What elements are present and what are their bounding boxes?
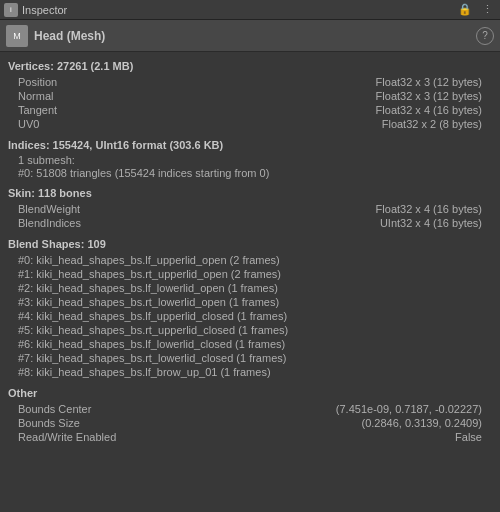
menu-button[interactable]: ⋮ — [479, 3, 496, 16]
prop-uv0: UV0 Float32 x 2 (8 bytes) — [8, 117, 492, 131]
blend-item-0: #0: kiki_head_shapes_bs.lf_upperlid_open… — [8, 253, 492, 267]
prop-value-blendindices: UInt32 x 4 (16 bytes) — [380, 217, 482, 229]
prop-value-blendweight: Float32 x 4 (16 bytes) — [376, 203, 482, 215]
prop-value-normal: Float32 x 3 (12 bytes) — [376, 90, 482, 102]
prop-value-readwrite: False — [455, 431, 482, 443]
indices-detail: #0: 51808 triangles (155424 indices star… — [8, 167, 492, 179]
prop-blendindices: BlendIndices UInt32 x 4 (16 bytes) — [8, 216, 492, 230]
prop-label-uv0: UV0 — [18, 118, 39, 130]
blend-item-4: #4: kiki_head_shapes_bs.lf_upperlid_clos… — [8, 309, 492, 323]
blend-item-7: #7: kiki_head_shapes_bs.rt_lowerlid_clos… — [8, 351, 492, 365]
blend-item-5: #5: kiki_head_shapes_bs.rt_upperlid_clos… — [8, 323, 492, 337]
prop-label-bounds-size: Bounds Size — [18, 417, 80, 429]
skin-section-header: Skin: 118 bones — [8, 187, 492, 199]
component-header: M Head (Mesh) ? — [0, 20, 500, 52]
blend-item-8: #8: kiki_head_shapes_bs.lf_brow_up_01 (1… — [8, 365, 492, 379]
prop-bounds-center: Bounds Center (7.451e-09, 0.7187, -0.022… — [8, 402, 492, 416]
title-bar-title: Inspector — [22, 4, 67, 16]
component-icon-label: M — [13, 31, 21, 41]
component-title: Head (Mesh) — [34, 29, 470, 43]
other-section-header: Other — [8, 387, 492, 399]
prop-bounds-size: Bounds Size (0.2846, 0.3139, 0.2409) — [8, 416, 492, 430]
component-icon: M — [6, 25, 28, 47]
title-bar-right: 🔒 ⋮ — [455, 3, 496, 16]
prop-blendweight: BlendWeight Float32 x 4 (16 bytes) — [8, 202, 492, 216]
help-button[interactable]: ? — [476, 27, 494, 45]
prop-value-position: Float32 x 3 (12 bytes) — [376, 76, 482, 88]
prop-label-blendindices: BlendIndices — [18, 217, 81, 229]
prop-label-position: Position — [18, 76, 57, 88]
prop-normal: Normal Float32 x 3 (12 bytes) — [8, 89, 492, 103]
prop-label-blendweight: BlendWeight — [18, 203, 80, 215]
prop-label-normal: Normal — [18, 90, 53, 102]
prop-value-bounds-size: (0.2846, 0.3139, 0.2409) — [362, 417, 482, 429]
prop-value-bounds-center: (7.451e-09, 0.7187, -0.02227) — [336, 403, 482, 415]
prop-label-bounds-center: Bounds Center — [18, 403, 91, 415]
blendshapes-section-header: Blend Shapes: 109 — [8, 238, 492, 250]
prop-value-uv0: Float32 x 2 (8 bytes) — [382, 118, 482, 130]
title-bar-left: i Inspector — [4, 3, 67, 17]
indices-section-header: Indices: 155424, UInt16 format (303.6 KB… — [8, 139, 492, 151]
prop-position: Position Float32 x 3 (12 bytes) — [8, 75, 492, 89]
indices-submesh: 1 submesh: — [8, 154, 492, 166]
prop-readwrite: Read/Write Enabled False — [8, 430, 492, 444]
prop-label-tangent: Tangent — [18, 104, 57, 116]
title-bar: i Inspector 🔒 ⋮ — [0, 0, 500, 20]
vertices-section-header: Vertices: 27261 (2.1 MB) — [8, 60, 492, 72]
inspector-icon: i — [4, 3, 18, 17]
blend-item-1: #1: kiki_head_shapes_bs.rt_upperlid_open… — [8, 267, 492, 281]
prop-tangent: Tangent Float32 x 4 (16 bytes) — [8, 103, 492, 117]
blend-item-2: #2: kiki_head_shapes_bs.lf_lowerlid_open… — [8, 281, 492, 295]
blend-item-3: #3: kiki_head_shapes_bs.rt_lowerlid_open… — [8, 295, 492, 309]
prop-label-readwrite: Read/Write Enabled — [18, 431, 116, 443]
lock-button[interactable]: 🔒 — [455, 3, 475, 16]
prop-value-tangent: Float32 x 4 (16 bytes) — [376, 104, 482, 116]
blend-item-6: #6: kiki_head_shapes_bs.lf_lowerlid_clos… — [8, 337, 492, 351]
inspector-content: Vertices: 27261 (2.1 MB) Position Float3… — [0, 52, 500, 512]
